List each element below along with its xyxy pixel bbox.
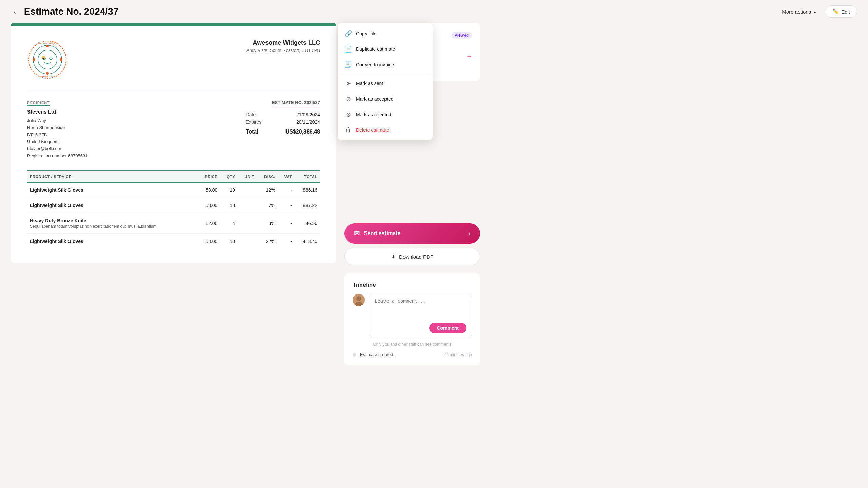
main-layout: 😐 Awesome Widgets Awesome Widgets Awesom xyxy=(0,23,868,376)
estimate-total-row: Total US$20,886.48 xyxy=(246,129,320,135)
page-header: ‹ Estimate No. 2024/37 More actions ⌄ ✏️… xyxy=(0,0,868,23)
mark-accepted-icon: ⊘ xyxy=(344,95,352,103)
header-actions: More actions ⌄ ✏️ Edit xyxy=(778,5,857,18)
col-vat: VAT xyxy=(278,171,295,182)
comment-area: Comment xyxy=(353,294,472,338)
download-pdf-button[interactable]: ⬇ Download PDF xyxy=(344,248,480,265)
duplicate-icon: 📄 xyxy=(344,45,352,53)
doc-divider xyxy=(27,91,320,91)
svg-point-1 xyxy=(33,45,62,74)
page-title: Estimate No. 2024/37 xyxy=(24,6,773,17)
timeline-events: Estimate created. 44 minutes ago xyxy=(353,352,472,357)
company-name: Awesome Widgets LLC xyxy=(246,39,320,46)
company-address: Andy Vista, South Rossfort, GU1 2PB xyxy=(246,48,320,53)
svg-point-2 xyxy=(38,50,57,69)
dropdown-item-delete[interactable]: 🗑 Delete estimate xyxy=(338,122,433,138)
recipient-name: Stevens Ltd xyxy=(27,109,88,115)
estimate-number: ESTIMATE NO. 2024/37 xyxy=(272,100,320,106)
svg-text:Awesome Widgets: Awesome Widgets xyxy=(38,42,57,45)
table-row: Lightweight Silk Gloves 53.00 19 12% - 8… xyxy=(27,182,320,198)
col-product: PRODUCT / SERVICE xyxy=(27,171,197,182)
dropdown-item-copy-link[interactable]: 🔗 Copy link xyxy=(338,26,433,41)
company-logo: 😐 Awesome Widgets Awesome Widgets xyxy=(27,39,68,80)
back-button[interactable]: ‹ xyxy=(11,6,19,17)
svg-point-6 xyxy=(33,58,35,61)
dropdown-item-mark-accepted[interactable]: ⊘ Mark as accepted xyxy=(338,91,433,107)
timeline-event: Estimate created. 44 minutes ago xyxy=(353,352,472,357)
more-actions-button[interactable]: More actions ⌄ xyxy=(778,6,822,17)
recipient-label: RECIPIENT xyxy=(27,101,50,106)
dropdown-item-duplicate[interactable]: 📄 Duplicate estimate xyxy=(338,41,433,57)
send-icon: ✉ xyxy=(354,229,360,238)
estimate-details: ESTIMATE NO. 2024/37 Date 21/09/2024 Exp… xyxy=(246,99,320,160)
dropdown-item-mark-sent[interactable]: ➤ Mark as sent xyxy=(338,76,433,91)
items-table: PRODUCT / SERVICE PRICE QTY UNIT DISC. V… xyxy=(27,170,320,249)
action-buttons: ✉ Send estimate › ⬇ Download PDF xyxy=(344,223,480,265)
dropdown-divider xyxy=(338,74,433,74)
delete-icon: 🗑 xyxy=(344,126,352,134)
avatar xyxy=(353,294,365,306)
timeline-dot xyxy=(353,353,356,357)
dropdown-item-convert[interactable]: 🧾 Convert to invoice xyxy=(338,57,433,73)
col-disc: DISC. xyxy=(257,171,278,182)
comment-input[interactable] xyxy=(375,298,466,319)
send-chevron-icon: › xyxy=(469,230,471,237)
timeline-title: Timeline xyxy=(353,282,472,288)
svg-text:Awesome Widgets: Awesome Widgets xyxy=(38,75,57,78)
arrow-right-icon: → xyxy=(466,53,472,60)
estimate-date-row: Date 21/09/2024 xyxy=(246,112,320,117)
doc-content: 😐 Awesome Widgets Awesome Widgets Awesom xyxy=(11,26,336,263)
comment-note: Only you and other staff can see comment… xyxy=(353,342,472,347)
table-row: Heavy Duty Bronze Knife Sequi aperiam to… xyxy=(27,213,320,233)
company-info: Awesome Widgets LLC Andy Vista, South Ro… xyxy=(246,39,320,53)
dropdown-item-mark-rejected[interactable]: ⊗ Mark as rejected xyxy=(338,107,433,122)
col-total: TOTAL xyxy=(295,171,320,182)
comment-box: Comment xyxy=(369,294,472,338)
table-row: Lightweight Silk Gloves 53.00 18 7% - 88… xyxy=(27,198,320,213)
convert-icon: 🧾 xyxy=(344,61,352,68)
svg-point-5 xyxy=(50,57,52,60)
copy-link-icon: 🔗 xyxy=(344,30,352,37)
col-qty: QTY xyxy=(220,171,238,182)
col-price: PRICE xyxy=(197,171,220,182)
chevron-down-icon: ⌄ xyxy=(813,8,817,15)
estimate-expires-row: Expires 20/11/2024 xyxy=(246,119,320,125)
more-actions-label: More actions xyxy=(782,9,811,15)
comment-button[interactable]: Comment xyxy=(429,323,466,333)
recipient-address: Julia Way North Shannonside BT15 3FB Uni… xyxy=(27,117,88,160)
comment-btn-row: Comment xyxy=(375,323,466,333)
dropdown-menu: 🔗 Copy link 📄 Duplicate estimate 🧾 Conve… xyxy=(338,23,433,140)
timeline-section: Timeline Comment Only you and other xyxy=(344,273,480,365)
col-unit: UNIT xyxy=(238,171,257,182)
send-estimate-button[interactable]: ✉ Send estimate › xyxy=(344,223,480,244)
svg-point-7 xyxy=(60,58,62,61)
svg-point-8 xyxy=(46,45,49,47)
mark-rejected-icon: ⊗ xyxy=(344,111,352,118)
viewed-badge: Viewed xyxy=(451,32,472,39)
pencil-icon: ✏️ xyxy=(833,8,839,15)
download-icon: ⬇ xyxy=(391,253,396,260)
doc-top-bar xyxy=(11,23,336,26)
table-row: Lightweight Silk Gloves 53.00 10 22% - 4… xyxy=(27,233,320,249)
svg-point-9 xyxy=(46,72,49,75)
doc-meta: RECIPIENT Stevens Ltd Julia Way North Sh… xyxy=(27,99,320,160)
svg-point-13 xyxy=(356,296,361,301)
edit-button[interactable]: ✏️ Edit xyxy=(826,5,857,18)
mark-sent-icon: ➤ xyxy=(344,80,352,87)
document-area: 😐 Awesome Widgets Awesome Widgets Awesom xyxy=(11,23,336,263)
doc-header: 😐 Awesome Widgets Awesome Widgets Awesom xyxy=(27,39,320,80)
sidebar: Summary US$20,8... Viewed 👤 Stev → 📅 Exp… xyxy=(344,23,480,365)
recipient-section: RECIPIENT Stevens Ltd Julia Way North Sh… xyxy=(27,99,88,160)
